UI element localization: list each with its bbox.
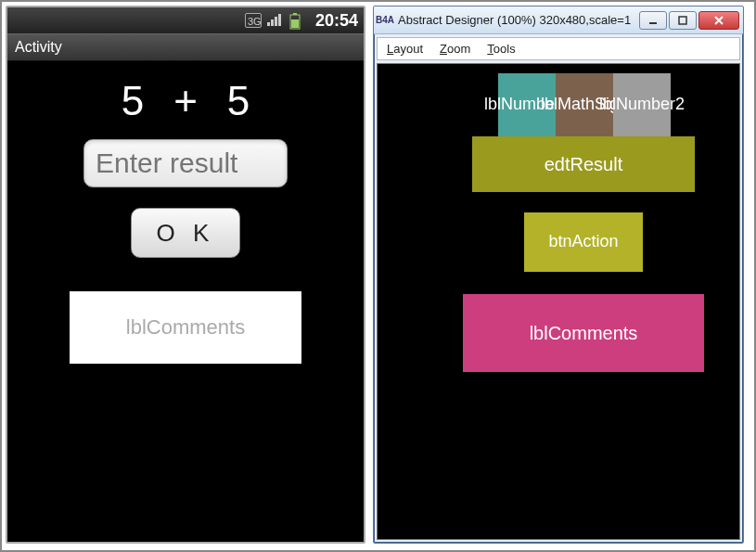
app-icon: B4A xyxy=(378,13,392,28)
clock-time: 20:54 xyxy=(315,11,358,31)
menu-bar: Layout Zoom Tools xyxy=(377,37,740,60)
menu-layout-text: ayout xyxy=(393,42,423,56)
designer-btnaction[interactable]: btnAction xyxy=(524,212,643,272)
window-titlebar[interactable]: B4A Abstract Designer (100%) 320x480,sca… xyxy=(374,6,743,34)
svg-rect-0 xyxy=(267,22,270,26)
svg-rect-3 xyxy=(278,14,281,26)
network-3g-icon: 3G ↕ xyxy=(245,13,262,28)
activity-title: Activity xyxy=(15,39,62,56)
label-number-1: 5 xyxy=(122,78,144,124)
minimize-button[interactable] xyxy=(639,11,667,30)
activity-content: 5 + 5 O K lblComments xyxy=(7,61,364,542)
status-bar: 3G ↕ 20:54 xyxy=(7,7,364,33)
designer-lblnumber2[interactable]: lblNumber2 xyxy=(613,73,671,136)
svg-rect-2 xyxy=(275,17,277,26)
math-expression: 5 + 5 xyxy=(122,78,250,124)
designer-lblcomments[interactable]: lblComments xyxy=(463,294,704,372)
window-controls xyxy=(639,11,739,30)
svg-rect-1 xyxy=(271,19,274,26)
label-math-sign: + xyxy=(173,78,198,124)
designer-edtresult[interactable]: edtResult xyxy=(472,136,695,192)
menu-tools-text: ools xyxy=(493,42,516,56)
menu-layout[interactable]: Layout xyxy=(387,42,423,56)
close-button[interactable] xyxy=(698,11,739,30)
maximize-button[interactable] xyxy=(669,11,697,30)
svg-rect-8 xyxy=(679,17,686,24)
window-title: Abstract Designer (100%) 320x480,scale=1 xyxy=(398,13,639,27)
result-input[interactable] xyxy=(83,139,288,187)
svg-rect-6 xyxy=(291,19,299,28)
menu-tools[interactable]: Tools xyxy=(487,42,515,56)
device-frame: 3G ↕ 20:54 Activity 5 + 5 O K lblComment… xyxy=(6,6,365,544)
signal-icon xyxy=(267,13,284,28)
battery-icon xyxy=(289,13,306,28)
ok-button[interactable]: O K xyxy=(131,208,240,258)
label-number-2: 5 xyxy=(227,78,250,124)
menu-zoom[interactable]: Zoom xyxy=(440,42,470,56)
design-canvas[interactable]: lblNumber1 lblMathSign lblNumber2 edtRes… xyxy=(377,63,740,540)
comments-label: lblComments xyxy=(70,291,301,364)
activity-title-bar: Activity xyxy=(7,33,364,61)
menu-zoom-text: oom xyxy=(447,42,470,56)
designer-window: B4A Abstract Designer (100%) 320x480,sca… xyxy=(373,6,744,544)
